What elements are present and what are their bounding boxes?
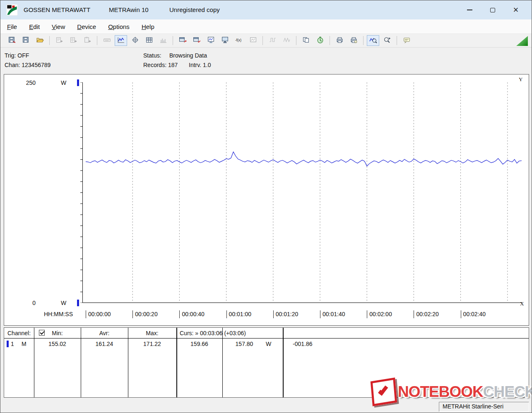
- monitor-button[interactable]: [219, 35, 231, 46]
- save-as-button[interactable]: [5, 35, 18, 46]
- annotation-icon: [403, 36, 411, 45]
- keyboard-button[interactable]: [101, 35, 113, 46]
- app-window: GOSSEN METRAWATT METRAwin 10 Unregistere…: [0, 0, 532, 413]
- menu-edit[interactable]: Edit: [25, 21, 44, 32]
- maximize-icon: [490, 8, 495, 12]
- toolbar-separator: [296, 36, 296, 45]
- zoom-select-icon: [383, 36, 391, 45]
- histogram-button[interactable]: [157, 35, 169, 46]
- min-value: 155.02: [34, 341, 81, 347]
- min-header: Min:: [34, 330, 81, 336]
- toolbar-separator: [262, 36, 263, 45]
- wave-icon: [283, 36, 291, 45]
- open-button[interactable]: [34, 35, 46, 46]
- channel-range-marker-bottom-icon: [77, 300, 79, 306]
- timer-icon: [316, 36, 324, 45]
- copy-button[interactable]: [300, 35, 312, 46]
- x-axis-labels: HH:MM:SS 00:00:0000:00:2000:00:4000:01:0…: [4, 310, 529, 321]
- line-chart-button[interactable]: [115, 35, 127, 46]
- timer-button[interactable]: [314, 35, 326, 46]
- toolbar-separator: [363, 36, 363, 45]
- channel-range-marker-top-icon: [77, 79, 79, 86]
- save-icon: [22, 36, 30, 45]
- cursor-value-2: 157.80: [226, 341, 263, 347]
- print-setup-icon: [350, 36, 358, 45]
- status-value: Browsing Data: [169, 52, 207, 59]
- dev-in-icon: [193, 36, 201, 45]
- cursor-value-1: 159.66: [176, 341, 222, 347]
- monitor-icon: [221, 36, 229, 45]
- watermark-text-check: CHECK: [483, 383, 532, 401]
- screen-button[interactable]: [247, 35, 259, 46]
- zoom-icon: [369, 36, 377, 45]
- menu-help[interactable]: Help: [137, 21, 159, 32]
- max-value: 171.22: [128, 341, 176, 347]
- menu-file[interactable]: File: [3, 21, 21, 32]
- dev-out-button[interactable]: [176, 35, 189, 46]
- avr-value: 161.24: [81, 341, 128, 347]
- y-axis-min-label: 0: [21, 300, 36, 306]
- notebookcheck-checkmark-icon: [371, 377, 397, 406]
- channel-flag: M: [22, 341, 26, 347]
- zoom-button[interactable]: [367, 35, 379, 46]
- print-setup-button[interactable]: [347, 35, 360, 46]
- crosshair-icon: [131, 36, 139, 45]
- channel-status: Chan: 123456789: [5, 62, 51, 68]
- dev-in-button[interactable]: [190, 35, 203, 46]
- menu-options[interactable]: Options: [104, 21, 134, 32]
- export-table-icon: [70, 36, 77, 45]
- watermark-text-notebook: NOTEBOOK: [398, 383, 483, 401]
- toolbar-separator: [330, 36, 330, 45]
- title-app-name: METRAwin 10: [109, 6, 149, 13]
- toolbar-separator: [97, 36, 97, 45]
- keyboard-icon: [103, 36, 111, 45]
- table-button[interactable]: [143, 35, 155, 46]
- histogram-icon: [159, 36, 167, 45]
- menu-device[interactable]: Device: [73, 21, 100, 32]
- maximize-button[interactable]: [481, 0, 504, 19]
- pulse-button[interactable]: [266, 35, 279, 46]
- formula-button[interactable]: -f(x): [233, 35, 245, 46]
- interval-status: Intrv. 1.0: [189, 62, 211, 68]
- open-icon: [36, 36, 44, 45]
- meter-button[interactable]: [205, 35, 217, 46]
- crosshair-button[interactable]: [129, 35, 141, 46]
- y-axis-unit-top: W: [61, 79, 66, 86]
- x-axis-scroll-icon[interactable]: X: [520, 300, 524, 307]
- x-tick-label: 00:01:00: [226, 310, 252, 318]
- wave-button[interactable]: [280, 35, 293, 46]
- y-axis-scroll-icon[interactable]: Y: [519, 76, 522, 83]
- export-table-button[interactable]: [67, 35, 79, 46]
- title-license: Unregistered copy: [169, 6, 220, 13]
- svg-text:-f(x): -f(x): [235, 38, 241, 42]
- green-corner-triangle-icon[interactable]: [516, 36, 528, 46]
- channel-header: Channel:: [7, 330, 31, 336]
- cursor-header: Curs: » 00:03:06 (+03:06): [180, 330, 246, 336]
- chart-panel: 250 W 0 W Y X HH:MM:SS 00:00:0000:00:200…: [4, 74, 529, 326]
- minimize-button[interactable]: [458, 0, 481, 19]
- save-button[interactable]: [19, 35, 32, 46]
- export-clip-button[interactable]: [81, 35, 94, 46]
- notebookcheck-watermark: NOTEBOOK CHECK: [371, 379, 532, 404]
- toolbar: -f(x): [0, 34, 532, 48]
- print-button[interactable]: [333, 35, 346, 46]
- menu-bar: FileEditViewDeviceOptionsHelp: [0, 19, 532, 34]
- copy-icon: [302, 36, 310, 45]
- status-panel: Trig: OFF Chan: 123456789 Status: Browsi…: [0, 48, 532, 72]
- minimize-icon: [467, 10, 472, 10]
- x-tick-label: 00:00:20: [132, 310, 158, 318]
- power-chart[interactable]: [80, 82, 525, 303]
- app-logo-icon: [6, 4, 18, 16]
- screen-icon: [249, 36, 257, 45]
- x-tick-label: 00:01:40: [320, 310, 345, 318]
- print-icon: [336, 36, 344, 45]
- y-axis-unit-bottom: W: [61, 300, 66, 306]
- menu-view[interactable]: View: [48, 21, 69, 32]
- export-text-button[interactable]: [53, 35, 65, 46]
- annotation-button[interactable]: [400, 35, 413, 46]
- close-button[interactable]: ×: [504, 0, 527, 19]
- export-clip-icon: [84, 36, 91, 45]
- zoom-select-button[interactable]: [381, 35, 393, 46]
- x-tick-label: 00:01:20: [273, 310, 298, 318]
- title-brand: GOSSEN METRAWATT: [24, 6, 90, 13]
